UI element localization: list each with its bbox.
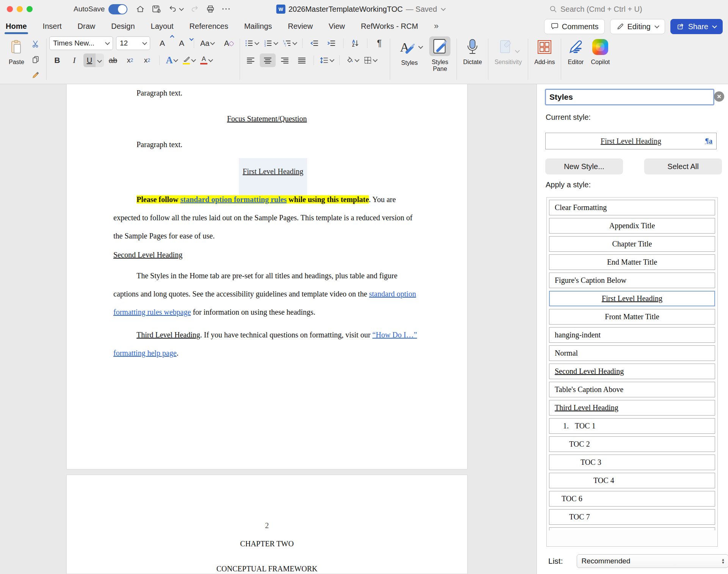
- text-effects-button[interactable]: A: [164, 53, 180, 67]
- styles-pane-button[interactable]: StylesPane: [426, 36, 454, 72]
- chapter-title[interactable]: CONCEPTUAL FRAMEWORK: [105, 564, 429, 574]
- style-item[interactable]: Normal: [549, 345, 715, 361]
- comments-button[interactable]: Comments: [544, 19, 605, 34]
- decrease-indent-button[interactable]: [306, 36, 322, 50]
- styles-list[interactable]: Clear FormattingAppendix TitleChapter Ti…: [546, 197, 718, 547]
- sort-button[interactable]: AZ: [347, 36, 363, 50]
- cut-button[interactable]: [28, 37, 44, 51]
- styles-gallery-button[interactable]: A Styles: [393, 36, 426, 66]
- change-case-button[interactable]: Aa: [198, 36, 216, 50]
- style-item[interactable]: TOC 7: [549, 509, 715, 525]
- font-color-button[interactable]: A: [198, 53, 214, 67]
- line-spacing-button[interactable]: [318, 53, 336, 67]
- template-notice-paragraph[interactable]: Please follow standard option formatting…: [113, 190, 424, 245]
- tab-insert[interactable]: Insert: [43, 22, 62, 31]
- editing-mode-button[interactable]: Editing: [610, 19, 665, 34]
- bold-button[interactable]: B: [49, 53, 65, 67]
- addins-button[interactable]: Add-ins: [531, 36, 558, 66]
- document-page-2[interactable]: 2 CHAPTER TWO CONCEPTUAL FRAMEWORK: [66, 475, 468, 574]
- font-name-select[interactable]: Times New...: [49, 36, 113, 50]
- styles-info-paragraph[interactable]: The Styles in the Home tab are pre-set f…: [113, 267, 424, 321]
- bullet-list-button[interactable]: [243, 36, 260, 50]
- format-painter-button[interactable]: [28, 68, 44, 82]
- style-item[interactable]: Table's Caption Above: [549, 382, 715, 397]
- styles-pane-search-input[interactable]: Styles: [545, 89, 714, 105]
- tab-layout[interactable]: Layout: [151, 22, 174, 31]
- print-icon[interactable]: [206, 5, 215, 14]
- style-item[interactable]: 1.TOC 1: [549, 418, 715, 434]
- tab-overflow-icon[interactable]: »: [434, 21, 439, 31]
- style-item[interactable]: First Level Heading: [549, 291, 715, 306]
- strikethrough-button[interactable]: ab: [105, 53, 121, 67]
- autosave-toggle[interactable]: [108, 4, 127, 14]
- search-input[interactable]: Search (Cmd + Ctrl + U): [549, 0, 642, 18]
- close-window-button[interactable]: [7, 6, 13, 12]
- style-item[interactable]: Second Level Heading: [549, 364, 715, 379]
- tab-draw[interactable]: Draw: [78, 22, 96, 31]
- current-style-box[interactable]: First Level Heading ¶a: [545, 133, 717, 149]
- tab-review[interactable]: Review: [288, 22, 313, 31]
- grow-font-button[interactable]: A: [154, 36, 170, 50]
- style-item[interactable]: Front Matter Title: [549, 309, 715, 325]
- close-pane-icon[interactable]: ✕: [714, 91, 724, 102]
- new-style-button[interactable]: New Style...: [545, 158, 623, 174]
- undo-button[interactable]: [168, 5, 183, 14]
- third-level-paragraph[interactable]: Third Level Heading. If you have technic…: [113, 326, 424, 362]
- select-all-button[interactable]: Select All: [644, 158, 722, 174]
- style-item[interactable]: Appendix Title: [549, 218, 715, 234]
- home-icon[interactable]: [136, 5, 145, 14]
- tab-home[interactable]: Home: [6, 22, 27, 31]
- font-size-select[interactable]: 12: [116, 36, 150, 50]
- style-item[interactable]: hanging-indent: [549, 327, 715, 343]
- superscript-button[interactable]: x2: [139, 53, 155, 67]
- shrink-font-button[interactable]: A: [174, 36, 190, 50]
- share-button[interactable]: Share: [670, 19, 723, 34]
- underline-button[interactable]: U: [83, 53, 104, 67]
- list-filter-select[interactable]: Recommended ▲▼: [577, 554, 728, 568]
- shading-button[interactable]: [344, 53, 361, 67]
- style-item[interactable]: TOC 2: [549, 436, 715, 452]
- paragraph-text-1[interactable]: Paragraph text.: [113, 88, 424, 98]
- style-item[interactable]: TOC 6: [549, 491, 715, 507]
- save-icon[interactable]: [152, 5, 162, 14]
- stepper-icon[interactable]: ▲▼: [722, 558, 725, 564]
- align-center-button[interactable]: [260, 53, 276, 67]
- highlight-color-button[interactable]: [181, 53, 197, 67]
- numbered-list-button[interactable]: 123: [262, 36, 279, 50]
- redo-button[interactable]: [190, 5, 199, 14]
- paragraph-text-2[interactable]: Paragraph text.: [113, 140, 424, 149]
- underline-chevron-icon[interactable]: [96, 53, 104, 67]
- title-dropdown-chevron-icon[interactable]: [441, 6, 446, 11]
- copilot-button[interactable]: Copilot: [587, 36, 613, 66]
- sensitivity-button[interactable]: Sensitivity: [491, 36, 525, 66]
- style-item[interactable]: TOC 4: [549, 473, 715, 488]
- document-canvas[interactable]: Paragraph text. Focus Statement/Question…: [0, 84, 537, 574]
- style-item[interactable]: Third Level Heading: [549, 400, 715, 416]
- italic-button[interactable]: I: [66, 53, 82, 67]
- show-paragraph-marks-button[interactable]: ¶: [371, 36, 387, 50]
- minimize-window-button[interactable]: [17, 6, 23, 12]
- style-item[interactable]: Clear Formatting: [549, 200, 715, 215]
- more-commands-icon[interactable]: ···: [222, 5, 231, 13]
- style-item[interactable]: Figure's Caption Below: [549, 273, 715, 288]
- tab-view[interactable]: View: [329, 22, 345, 31]
- editor-button[interactable]: Editor: [564, 36, 587, 66]
- undo-dropdown-chevron-icon[interactable]: [179, 6, 184, 11]
- subscript-button[interactable]: x2: [122, 53, 138, 67]
- justify-button[interactable]: [294, 53, 310, 67]
- align-left-button[interactable]: [243, 53, 259, 67]
- paste-button[interactable]: Paste: [5, 36, 28, 66]
- tab-references[interactable]: References: [190, 22, 228, 31]
- multilevel-list-button[interactable]: 1ai: [281, 36, 298, 50]
- formatting-rules-link[interactable]: standard option formatting rules: [180, 195, 287, 204]
- zoom-window-button[interactable]: [27, 6, 33, 12]
- chapter-heading[interactable]: CHAPTER TWO: [105, 539, 429, 549]
- increase-indent-button[interactable]: [323, 36, 339, 50]
- tab-mailings[interactable]: Mailings: [244, 22, 272, 31]
- clear-formatting-button[interactable]: A▢: [221, 36, 237, 50]
- borders-button[interactable]: [362, 53, 379, 67]
- focus-statement-heading[interactable]: Focus Statement/Question: [105, 114, 429, 124]
- style-item[interactable]: End Matter Title: [549, 254, 715, 270]
- tab-design[interactable]: Design: [111, 22, 135, 31]
- align-right-button[interactable]: [277, 53, 293, 67]
